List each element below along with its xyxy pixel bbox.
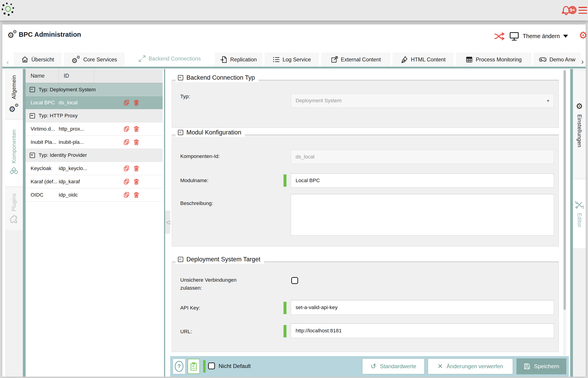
table-row-keycloak[interactable]: Keycloak idp_keyclo... <box>26 162 163 175</box>
component-grid: Name ID Typ: Deployment System Local BPC… <box>26 69 163 377</box>
delete-trash-icon[interactable] <box>133 126 139 132</box>
list-icon <box>273 56 280 63</box>
unsichere-verbindungen-checkbox[interactable] <box>291 277 298 284</box>
copy-icon[interactable] <box>123 178 130 185</box>
pen-nib-icon <box>401 56 408 63</box>
tab-html-content[interactable]: HTML Content <box>393 53 454 67</box>
sidetab-editor[interactable]: Editor <box>573 180 586 248</box>
theme-label: Theme ändern <box>523 33 560 40</box>
delete-trash-icon[interactable] <box>133 178 139 185</box>
delete-trash-icon[interactable] <box>133 192 139 198</box>
api-key-field[interactable] <box>291 300 554 315</box>
aenderungen-verwerfen-button[interactable]: ✕ Änderungen verwerfen <box>428 358 513 374</box>
table-row-oidc[interactable]: OIDC idp_oidc <box>26 188 163 202</box>
table-row-karaf[interactable]: Karaf (def... idp_karaf <box>26 175 163 188</box>
sidetab-allgemein[interactable]: Allgemein ⚙⚙ <box>5 70 23 119</box>
changelog-clipboard-button[interactable] <box>188 359 200 374</box>
copy-icon[interactable] <box>123 126 130 132</box>
typ-select[interactable]: Deployment System ▾ <box>291 94 554 108</box>
tab-replication[interactable]: Replication <box>215 53 262 67</box>
shuffle-icon[interactable] <box>494 31 505 41</box>
modified-indicator-bar <box>283 325 286 337</box>
copy-icon[interactable] <box>123 99 130 106</box>
komponenten-id-label: Komponenten-Id: <box>180 153 220 159</box>
collapse-group-icon[interactable] <box>30 87 35 92</box>
typ-label: Typ: <box>180 94 190 99</box>
nicht-default-checkbox[interactable] <box>208 363 215 369</box>
title-bar: ⚙⚙ BPC Administration Theme ä <box>2 25 586 51</box>
tab-external-content[interactable]: External Content <box>321 53 390 67</box>
modified-indicator-bar <box>283 174 286 187</box>
app-panel: ⚙⚙ BPC Administration Theme ä <box>2 25 586 377</box>
copy-icon[interactable] <box>123 165 130 172</box>
tab-uebersicht[interactable]: Übersicht <box>14 53 62 67</box>
copy-icon[interactable] <box>123 139 130 145</box>
column-header-id[interactable]: ID <box>59 69 94 83</box>
chevron-down-icon <box>563 35 568 38</box>
tab-process-monitoring[interactable]: Process Monitoring <box>456 53 531 67</box>
unsichere-verbindungen-label: Unsichere Verbindungen zulassen: <box>180 276 256 292</box>
discard-x-icon: ✕ <box>437 363 443 370</box>
tab-demo-anwendung[interactable]: Demo Anw <box>534 53 581 67</box>
modified-indicator-bar <box>283 302 286 314</box>
help-button[interactable]: ? <box>173 359 185 374</box>
group-row-http-proxy[interactable]: Typ: HTTP Proxy <box>26 109 163 122</box>
save-floppy-icon <box>524 363 531 370</box>
collapse-group-icon[interactable] <box>30 153 35 158</box>
select-chevron-icon: ▾ <box>547 98 549 103</box>
section-modul-konfiguration: Modul Konfiguration Komponenten-Id: Modu… <box>172 135 559 246</box>
delete-trash-icon[interactable] <box>133 99 139 106</box>
page-title: BPC Administration <box>19 31 81 38</box>
menu-hamburger-icon[interactable] <box>578 7 587 14</box>
api-key-label: API Key: <box>180 305 200 311</box>
table-grid-icon <box>465 56 473 63</box>
collapse-group-icon[interactable] <box>30 113 35 119</box>
table-row-inubit[interactable]: Inubit Pla... inubit-pla... <box>26 135 163 149</box>
tab-indicator-strip <box>2 67 586 68</box>
tabs-scroll-left-icon[interactable]: ‹ <box>6 57 9 67</box>
tab-log-service[interactable]: Log Service <box>265 53 319 67</box>
sidetab-komponenten[interactable]: Komponenten <box>5 120 23 186</box>
scrollbar-thumb[interactable] <box>563 70 566 310</box>
url-label: URL: <box>180 329 192 335</box>
tab-backend-connections[interactable]: Backend Connections <box>127 51 212 67</box>
column-header-actions <box>94 69 163 83</box>
sidetab-plugins[interactable]: Plugins <box>5 187 23 230</box>
tabs-scroll-right-icon[interactable]: › <box>581 57 584 66</box>
admin-gears-icon: ⚙⚙ <box>7 30 17 40</box>
beschreibung-field[interactable] <box>291 194 554 236</box>
group-row-deployment-system[interactable]: Typ: Deployment System <box>26 83 163 96</box>
sidetab-einstellungen[interactable]: ⚙ Einstellungen <box>573 71 586 178</box>
section-legend: Deployment System Target <box>176 256 264 264</box>
delete-trash-icon[interactable] <box>133 139 139 145</box>
table-row-local-bpc[interactable]: Local BPC ds_local <box>26 96 163 109</box>
document-arrow-icon <box>220 56 227 63</box>
settings-gear-button[interactable]: ⚙ <box>579 30 588 40</box>
collapse-section-icon[interactable] <box>178 257 183 262</box>
standardwerte-button[interactable]: ↺ Standardwerte <box>362 358 425 374</box>
group-row-identity-provider[interactable]: Typ: Identity Provider <box>26 149 163 162</box>
speichern-button[interactable]: Speichern <box>517 358 566 374</box>
nicht-default-label: Nicht Default <box>219 363 251 369</box>
section-deployment-system-target: Deployment System Target Unsichere Verbi… <box>172 262 559 352</box>
copy-icon[interactable] <box>123 192 130 198</box>
notifications-bell-button[interactable]: 9+ <box>560 4 581 17</box>
modulname-label: Modulname: <box>180 178 209 184</box>
modulname-field[interactable] <box>291 174 554 188</box>
table-row-virtimo[interactable]: Virtimo.d... http_prox... <box>26 122 163 135</box>
monitor-icon <box>509 31 519 41</box>
komponenten-id-field[interactable] <box>291 150 554 164</box>
theme-switch-button[interactable]: Theme ändern <box>509 30 568 42</box>
url-field[interactable] <box>291 324 554 338</box>
right-tab-indicator-strip <box>570 69 573 377</box>
undo-icon: ↺ <box>371 363 376 370</box>
tools-icon <box>575 200 584 209</box>
delete-trash-icon[interactable] <box>133 165 139 172</box>
question-mark-icon: ? <box>175 361 183 372</box>
collapse-section-icon[interactable] <box>178 75 183 80</box>
collapse-section-icon[interactable] <box>178 130 183 135</box>
tab-core-services[interactable]: ⚙⚙ Core Services <box>64 53 125 67</box>
vertical-scrollbar <box>563 69 566 356</box>
clipboard-check-icon <box>190 362 197 371</box>
column-header-name[interactable]: Name <box>26 69 59 83</box>
